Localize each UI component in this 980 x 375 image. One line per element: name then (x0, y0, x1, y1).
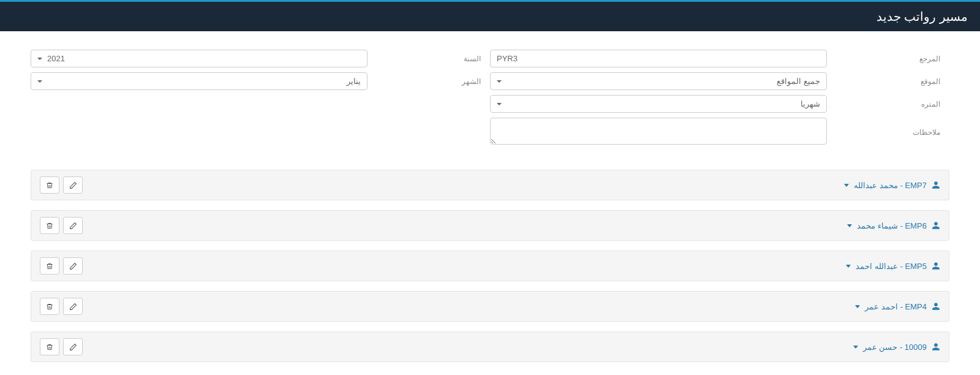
year-dropdown[interactable]: 2021 (31, 50, 368, 67)
page-title: مسير رواتب جديد (876, 10, 968, 23)
delete-button[interactable] (40, 257, 59, 275)
user-icon (932, 221, 940, 230)
employee-list: EMP7 - محمد عبداللهEMP6 - شيماء محمدEMP5… (0, 164, 980, 375)
label-reference: المرجع (827, 51, 949, 67)
form-area: المرجع السنة 2021 الموقع جميع المواقع (0, 31, 980, 164)
trash-icon (46, 303, 53, 311)
delete-button[interactable] (40, 176, 59, 194)
chevron-down-icon (855, 305, 860, 308)
delete-button[interactable] (40, 298, 59, 315)
edit-icon (69, 222, 77, 230)
chevron-down-icon (844, 184, 849, 187)
trash-icon (46, 343, 53, 351)
employee-panel: EMP5 - عبدالله احمد (31, 251, 949, 281)
chevron-down-icon (846, 265, 851, 268)
notes-textarea[interactable] (490, 118, 827, 145)
employee-label: EMP7 - محمد عبدالله (854, 181, 927, 190)
edit-button[interactable] (63, 298, 83, 315)
page-header: مسير رواتب جديد (0, 2, 980, 31)
user-icon (932, 262, 940, 270)
year-dropdown-value: 2021 (47, 54, 361, 63)
employee-panel: EMP4 - احمد عمر (31, 291, 949, 322)
reference-input[interactable] (490, 50, 827, 67)
user-icon (932, 302, 940, 311)
employee-panel: 10009 - حسن عمر (31, 331, 949, 362)
caret-down-icon (37, 58, 42, 60)
delete-button[interactable] (40, 338, 59, 355)
employee-label: EMP4 - احمد عمر (865, 302, 927, 311)
caret-down-icon (497, 103, 502, 105)
chevron-down-icon (853, 346, 858, 349)
edit-icon (69, 303, 77, 311)
user-icon (932, 181, 940, 189)
panel-actions (40, 176, 83, 194)
period-dropdown-value: شهريا (507, 99, 820, 108)
employee-label: EMP6 - شيماء محمد (857, 221, 927, 230)
edit-icon (69, 181, 77, 189)
edit-button[interactable] (63, 257, 83, 275)
month-dropdown[interactable]: يناير (31, 72, 368, 90)
caret-down-icon (37, 80, 42, 83)
employee-label: EMP5 - عبدالله احمد (856, 262, 927, 271)
trash-icon (46, 181, 53, 189)
site-dropdown-value: جميع المواقع (507, 77, 820, 86)
employee-panel-toggle[interactable]: 10009 - حسن عمر (853, 343, 940, 352)
panel-actions (40, 298, 83, 315)
month-dropdown-value: يناير (47, 77, 361, 86)
edit-button[interactable] (63, 176, 83, 194)
panel-actions (40, 217, 83, 234)
edit-icon (69, 343, 77, 351)
edit-button[interactable] (63, 338, 83, 355)
label-year: السنة (368, 51, 490, 67)
edit-icon (69, 262, 77, 270)
employee-panel: EMP6 - شيماء محمد (31, 210, 949, 241)
chevron-down-icon (847, 224, 852, 227)
period-dropdown[interactable]: شهريا (490, 95, 827, 113)
label-notes: ملاحظات (827, 124, 949, 140)
label-month: الشهر (368, 74, 490, 89)
employee-panel-toggle[interactable]: EMP7 - محمد عبدالله (844, 181, 940, 190)
panel-actions (40, 338, 83, 355)
employee-label: 10009 - حسن عمر (863, 343, 927, 352)
label-period: المتره (827, 96, 949, 112)
user-icon (932, 343, 940, 351)
employee-panel-toggle[interactable]: EMP5 - عبدالله احمد (846, 262, 940, 271)
employee-panel: EMP7 - محمد عبدالله (31, 170, 949, 200)
site-dropdown[interactable]: جميع المواقع (490, 72, 827, 90)
employee-panel-toggle[interactable]: EMP4 - احمد عمر (855, 302, 940, 311)
label-site: الموقع (827, 74, 949, 89)
trash-icon (46, 262, 53, 270)
edit-button[interactable] (63, 217, 83, 234)
panel-actions (40, 257, 83, 275)
employee-panel-toggle[interactable]: EMP6 - شيماء محمد (847, 221, 940, 230)
trash-icon (46, 222, 53, 230)
delete-button[interactable] (40, 217, 59, 234)
caret-down-icon (497, 80, 502, 83)
